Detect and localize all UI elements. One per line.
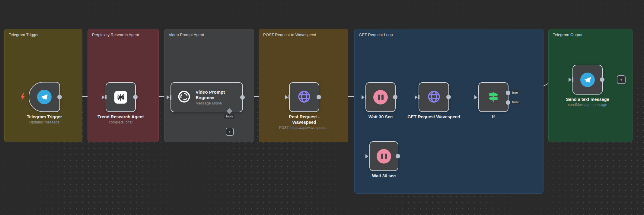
- node-subtitle: complete: chat: [109, 120, 132, 124]
- node-wait-30-sec[interactable]: Wait 30 Sec: [365, 82, 396, 112]
- group-title: Perplexity Research Agent: [92, 33, 139, 37]
- pause-bar: [378, 95, 380, 100]
- output-port[interactable]: [240, 95, 245, 100]
- output-label-false: false: [511, 100, 520, 104]
- node-subtitle: POST: https://api.wavespeed....: [279, 126, 329, 130]
- output-port[interactable]: [446, 95, 451, 99]
- node-title: Video Prompt Engineer: [196, 89, 238, 100]
- node-subtitle: sendMessage: message: [568, 103, 607, 107]
- input-port[interactable]: [289, 95, 290, 99]
- node-get-request-wavespeed[interactable]: GET Request Wavespeed: [419, 82, 449, 112]
- input-port-arrow[interactable]: [365, 154, 368, 158]
- add-node-button[interactable]: +: [617, 75, 626, 84]
- output-port[interactable]: [600, 77, 604, 82]
- pause-bar: [385, 154, 387, 159]
- output-port[interactable]: [317, 95, 321, 99]
- signpost-icon: [487, 90, 500, 104]
- node-title: Telegram Trigger: [27, 114, 62, 120]
- group-title: POST Request to Wavespeed: [263, 33, 316, 37]
- input-port-arrow[interactable]: [102, 95, 105, 99]
- telegram-icon: [580, 73, 595, 87]
- group-title: GET Request Loop: [359, 33, 393, 37]
- perplexity-icon: [114, 91, 127, 104]
- input-port-arrow[interactable]: [569, 78, 572, 82]
- input-port-arrow[interactable]: [474, 95, 477, 99]
- node-title: GET Request Wavespeed: [407, 114, 460, 120]
- input-port-arrow[interactable]: [285, 95, 288, 99]
- pause-icon: [373, 90, 388, 104]
- node-title: Trend Research Agent: [97, 114, 144, 120]
- output-label-true: true: [511, 90, 519, 95]
- telegram-icon: [37, 90, 52, 104]
- input-port-arrow[interactable]: [167, 95, 170, 99]
- pause-bar: [381, 154, 383, 159]
- tools-port-label: Tools: [224, 114, 234, 119]
- output-port[interactable]: [133, 95, 138, 99]
- add-tool-button[interactable]: +: [226, 128, 234, 136]
- openai-icon: [177, 90, 191, 105]
- globe-icon: [297, 90, 311, 105]
- input-port[interactable]: [572, 77, 573, 82]
- node-title: Send a text message: [566, 97, 609, 102]
- node-wait-30-sec-loop[interactable]: Wait 30 sec: [369, 141, 398, 171]
- pause-bar: [381, 95, 384, 100]
- input-port[interactable]: [105, 95, 107, 99]
- plus-icon: +: [228, 129, 231, 134]
- group-title: Telegram Trigger: [9, 33, 39, 37]
- node-telegram-trigger[interactable]: Telegram Trigger Updates: message: [29, 82, 60, 112]
- node-title: Post Request - Wavespeed: [282, 114, 327, 125]
- globe-icon: [427, 90, 441, 105]
- input-port[interactable]: [170, 95, 171, 100]
- input-port[interactable]: [478, 95, 479, 99]
- node-title: Wait 30 Sec: [368, 114, 393, 120]
- output-port-false[interactable]: [506, 100, 510, 105]
- node-subtitle: Message Model: [196, 101, 238, 105]
- group-title: Telegram Output: [553, 33, 582, 37]
- workflow-canvas[interactable]: Telegram Trigger Perplexity Research Age…: [0, 0, 644, 215]
- input-port-arrow[interactable]: [362, 95, 365, 99]
- input-port-arrow[interactable]: [415, 95, 418, 99]
- lightning-icon: [20, 93, 26, 102]
- input-port[interactable]: [369, 154, 370, 158]
- pause-icon: [377, 149, 391, 164]
- output-port[interactable]: [57, 95, 62, 99]
- output-port-true[interactable]: [506, 91, 510, 95]
- node-title: If: [492, 114, 495, 120]
- input-port[interactable]: [418, 95, 419, 99]
- plus-icon: +: [620, 77, 623, 82]
- node-trend-research-agent[interactable]: Trend Research Agent complete: chat: [106, 82, 136, 112]
- node-post-request-wavespeed[interactable]: Post Request - Wavespeed POST: https://a…: [289, 82, 319, 112]
- output-port[interactable]: [393, 95, 397, 99]
- input-port[interactable]: [365, 95, 366, 99]
- group-title: Video Prompt Agent: [169, 33, 204, 37]
- node-title: Wait 30 sec: [372, 173, 396, 179]
- node-if[interactable]: true false If: [478, 82, 509, 112]
- node-video-prompt-engineer[interactable]: Video Prompt Engineer Message Model: [171, 82, 243, 112]
- output-port[interactable]: [396, 154, 400, 158]
- node-send-text-message[interactable]: Send a text message sendMessage: message: [572, 65, 603, 95]
- node-subtitle: Updates: message: [29, 120, 59, 124]
